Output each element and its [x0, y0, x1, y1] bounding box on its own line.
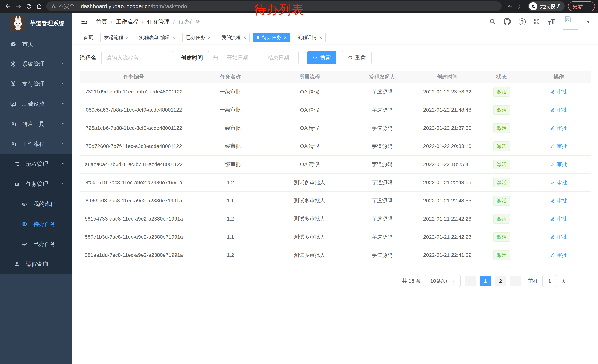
incognito-label: 无痕模式: [540, 3, 561, 10]
approve-link[interactable]: 审批: [550, 215, 567, 222]
avatar[interactable]: [563, 14, 578, 30]
status-badge: 激活: [493, 105, 510, 115]
tab-done-tasks[interactable]: 已办任务×: [183, 33, 214, 42]
status-badge: 激活: [493, 141, 510, 151]
security-chip[interactable]: 不安全: [51, 3, 75, 10]
approve-link[interactable]: 审批: [550, 106, 567, 113]
approve-link[interactable]: 审批: [550, 88, 567, 95]
process-cell: 测试多审批人: [273, 179, 346, 186]
header-search-button[interactable]: [489, 18, 496, 25]
page-button-1[interactable]: 1: [480, 276, 491, 286]
sidebar-item-leave-query[interactable]: 请假查询: [0, 254, 72, 274]
table-row: 580e1b3d-7ac8-11ec-a9e2-a2380e71991a 1.1…: [80, 228, 590, 246]
org-tree-icon: [13, 181, 20, 187]
help-icon[interactable]: ?: [519, 18, 526, 25]
tab-close-icon[interactable]: ×: [173, 35, 175, 40]
breadcrumb-item-workflow[interactable]: 工作流程: [116, 18, 138, 26]
tab-process-detail[interactable]: 流程详情×: [294, 33, 326, 42]
sidebar-item-infra[interactable]: 基础设施: [0, 94, 72, 114]
approve-link[interactable]: 审批: [550, 252, 567, 259]
reload-button[interactable]: [24, 1, 34, 11]
table-row: 73211d9d-7b9b-11ec-b5b7-acde48001122 一级审…: [80, 83, 590, 101]
approve-label: 审批: [557, 215, 567, 222]
edit-icon: [550, 89, 555, 94]
sidebar-item-todo-tasks[interactable]: 待办任务: [0, 214, 72, 234]
approve-label: 审批: [557, 106, 567, 113]
tab-close-icon[interactable]: ×: [126, 35, 129, 40]
sidebar-item-payment[interactable]: ¥ 支付管理: [0, 74, 72, 94]
address-bar[interactable]: 不安全 dashboard.yudao.iocoder.cn/bpm/task/…: [46, 1, 502, 11]
sidebar-item-process-mgmt[interactable]: 流程管理: [0, 154, 72, 174]
created-cell: 2022-01-21 22:42:23: [418, 216, 477, 222]
home-button[interactable]: [34, 1, 44, 11]
tab-close-icon[interactable]: ×: [243, 35, 246, 40]
breadcrumb-item-home[interactable]: 首页: [96, 18, 107, 26]
toolbox-icon: [10, 121, 17, 127]
bookmark-button[interactable]: ☆: [515, 1, 525, 11]
action-cell: 审批: [527, 143, 590, 150]
update-button[interactable]: 更新 ⋮: [568, 1, 595, 11]
starter-cell: 芋道源码: [346, 215, 418, 222]
starter-cell: 芋道源码: [346, 88, 418, 95]
tab-close-icon[interactable]: ×: [284, 35, 287, 40]
password-key-button[interactable]: [505, 1, 515, 11]
github-link[interactable]: [504, 18, 511, 26]
sidebar-item-home[interactable]: 首页: [0, 34, 72, 54]
goto-page-input[interactable]: [542, 275, 557, 287]
sidebar-item-workflow[interactable]: 工作流程: [0, 134, 72, 154]
sidebar-item-label: 任务管理: [26, 180, 55, 188]
breadcrumb-item-task-mgmt[interactable]: 任务管理: [147, 18, 169, 26]
sidebar: 芋道管理系统 首页 系统管理 ¥ 支付管理 基础设施: [0, 13, 72, 364]
collapse-sidebar-button[interactable]: [80, 18, 88, 26]
sidebar-item-devtools[interactable]: 研发工具: [0, 114, 72, 134]
browser-menu-icon[interactable]: ⋮: [586, 3, 592, 9]
fullscreen-button[interactable]: [533, 18, 540, 25]
approve-link[interactable]: 审批: [550, 234, 567, 241]
app-logo: 芋道管理系统: [0, 13, 72, 34]
forward-button[interactable]: [13, 1, 24, 11]
approve-link[interactable]: 审批: [550, 161, 567, 168]
sidebar-item-done-tasks[interactable]: 已办任务: [0, 234, 72, 254]
task-table: 任务编号 任务名称 所属流程 流程发起人 创建时间 状态 操作 73211d9d…: [80, 71, 590, 264]
tab-close-icon[interactable]: ×: [208, 35, 211, 40]
status-badge: 激活: [493, 250, 510, 260]
process-name-input[interactable]: [101, 51, 173, 65]
tab-my-process[interactable]: 我的流程×: [218, 33, 249, 42]
search-button[interactable]: 搜索: [307, 51, 336, 65]
tab-home[interactable]: 首页: [80, 33, 97, 42]
sidebar-item-my-process[interactable]: 我的流程: [0, 194, 72, 214]
header-cell-action: 操作: [527, 73, 590, 80]
approve-link[interactable]: 审批: [550, 125, 567, 132]
tab-close-icon[interactable]: ×: [319, 35, 322, 40]
fontsize-icon[interactable]: TT: [548, 18, 555, 25]
status-badge: 激活: [493, 214, 510, 224]
avatar-caret-icon[interactable]: [586, 21, 590, 23]
table-row: 75d72608-7b7f-11ec-a3c8-acde48001122 一级审…: [80, 138, 590, 155]
date-range-picker[interactable]: 开始日期 - 结束日期: [208, 51, 299, 65]
tab-todo-tasks[interactable]: 待办任务×: [253, 33, 290, 42]
security-label: 不安全: [58, 3, 75, 10]
sidebar-item-task-mgmt[interactable]: 任务管理: [0, 174, 72, 194]
reset-button[interactable]: 重置: [342, 51, 372, 65]
created-cell: 2022-01-22 23:53:32: [418, 89, 477, 95]
reload-icon: [26, 3, 32, 9]
sidebar-item-system[interactable]: 系统管理: [0, 54, 72, 74]
sidebar-item-label: 系统管理: [22, 60, 55, 68]
approve-link[interactable]: 审批: [550, 179, 567, 186]
page-size-select[interactable]: 10条/页: [425, 275, 461, 287]
header-cell-process: 所属流程: [273, 73, 346, 80]
page-size-value: 10条/页: [430, 277, 448, 284]
approve-link[interactable]: 审批: [550, 143, 567, 150]
starter-cell: 芋道源码: [346, 125, 418, 132]
next-page-button[interactable]: [510, 276, 521, 286]
back-button[interactable]: [3, 1, 13, 11]
page-button-2[interactable]: 2: [495, 276, 506, 286]
tab-start-process[interactable]: 发起流程×: [100, 33, 132, 42]
approve-link[interactable]: 审批: [550, 197, 567, 204]
action-cell: 审批: [527, 252, 590, 259]
prev-page-button[interactable]: [465, 276, 476, 286]
total-count: 共 16 条: [402, 277, 421, 284]
tab-form-edit[interactable]: 流程表单-编辑×: [136, 33, 179, 42]
url-text: dashboard.yudao.iocoder.cn/bpm/task/todo: [81, 3, 187, 9]
key-icon: [507, 3, 513, 9]
